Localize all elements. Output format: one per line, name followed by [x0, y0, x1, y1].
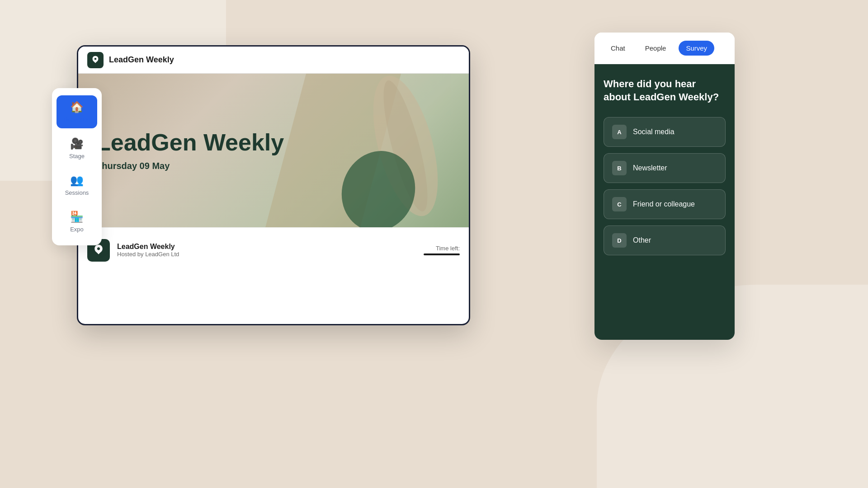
tab-chat[interactable]: Chat — [604, 41, 632, 56]
event-info-bar: LeadGen Weekly Hosted by LeadGen Ltd Tim… — [78, 227, 469, 272]
sidebar-label-stage: Stage — [69, 153, 85, 160]
option-badge-c: C — [612, 197, 627, 211]
option-label-other: Other — [633, 236, 651, 244]
sidebar-item-stage[interactable]: 🎥 Stage — [57, 132, 97, 165]
tab-survey[interactable]: Survey — [679, 41, 714, 56]
svg-point-2 — [333, 146, 424, 227]
option-badge-b: B — [612, 161, 627, 175]
option-label-friend-colleague: Friend or colleague — [633, 200, 695, 208]
event-logo-icon — [92, 244, 105, 257]
browser-frame: LeadGen Weekly LeadGen Weekly Thursday 0… — [77, 45, 470, 325]
hero-date: Thursday 09 May — [96, 161, 284, 171]
leaf-decoration-2 — [333, 146, 424, 227]
time-label: Time left: — [436, 245, 460, 252]
option-badge-a: A — [612, 125, 627, 139]
event-host: Hosted by LeadGen Ltd — [117, 251, 416, 258]
sessions-icon: 👥 — [70, 174, 84, 187]
option-badge-d: D — [612, 233, 627, 248]
survey-question: Where did you hear about LeadGen Weekly? — [604, 78, 726, 103]
survey-option-friend-colleague[interactable]: C Friend or colleague — [604, 189, 726, 219]
event-name: LeadGen Weekly — [117, 243, 416, 251]
sidebar-item-reception[interactable]: 🏠 Reception — [57, 95, 97, 128]
event-details: LeadGen Weekly Hosted by LeadGen Ltd — [117, 243, 416, 258]
sidebar-label-sessions: Sessions — [65, 189, 89, 196]
brand-logo — [87, 52, 104, 68]
sidebar-label-expo: Expo — [70, 226, 84, 233]
sidebar-item-sessions[interactable]: 👥 Sessions — [57, 169, 97, 202]
browser-topbar: LeadGen Weekly — [78, 47, 469, 74]
survey-options: A Social media B Newsletter C Friend or … — [604, 117, 726, 255]
panel-tabs: Chat People Survey — [594, 33, 735, 64]
sidebar-label-reception: Reception — [64, 116, 90, 123]
brand-logo-icon — [90, 55, 100, 65]
home-icon: 🏠 — [70, 101, 84, 113]
time-section: Time left: — [424, 245, 460, 255]
hero-banner: LeadGen Weekly Thursday 09 May — [78, 74, 469, 227]
option-label-social-media: Social media — [633, 128, 675, 136]
survey-option-other[interactable]: D Other — [604, 225, 726, 255]
right-panel: Chat People Survey Where did you hear ab… — [594, 33, 735, 340]
option-label-newsletter: Newsletter — [633, 164, 667, 172]
time-bar — [424, 253, 460, 255]
brand-name: LeadGen Weekly — [109, 55, 174, 65]
survey-option-newsletter[interactable]: B Newsletter — [604, 153, 726, 183]
sidebar-nav: 🏠 Reception 🎥 Stage 👥 Sessions 🏪 Expo — [52, 88, 102, 245]
hero-content: LeadGen Weekly Thursday 09 May — [96, 130, 284, 171]
expo-icon: 🏪 — [70, 211, 84, 223]
survey-panel: Where did you hear about LeadGen Weekly?… — [594, 64, 735, 340]
tab-people[interactable]: People — [638, 41, 674, 56]
stage-icon: 🎥 — [70, 137, 84, 150]
survey-option-social-media[interactable]: A Social media — [604, 117, 726, 147]
sidebar-item-expo[interactable]: 🏪 Expo — [57, 205, 97, 238]
hero-title: LeadGen Weekly — [96, 130, 284, 155]
